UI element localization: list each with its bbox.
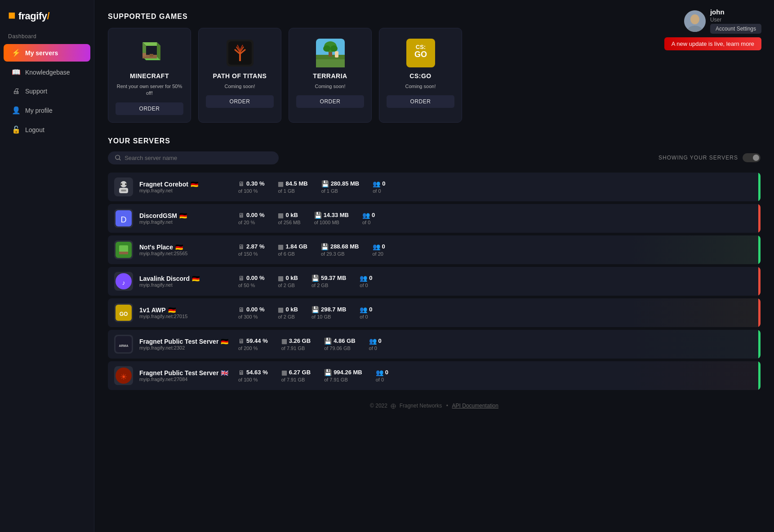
server-name: 1v1 AWP 🇩🇪 (139, 306, 229, 314)
players-stat: 👥0 of 0 (376, 369, 388, 382)
disk-val: 288.68 MB (330, 243, 359, 250)
players-max: of 0 (360, 283, 372, 288)
cpu-max: of 200 % (238, 346, 268, 351)
sidebar-item-my-profile[interactable]: 👤 My profile (4, 102, 90, 119)
cpu-stat: 🖥0.00 % of 20 % (238, 212, 264, 225)
players-stat: 👥0 of 0 (369, 337, 382, 351)
server-name: Fragnet Public Test Server 🇬🇧 (139, 369, 229, 377)
disk-val: 280.85 MB (331, 180, 360, 187)
server-status-accent (758, 298, 761, 327)
server-row[interactable]: D DiscordGSM 🇩🇪 myip.fragify.net 🖥0.00 %… (108, 204, 761, 233)
server-icon: ARMA (114, 335, 133, 354)
ram-stat: ▦6.27 GB of 7.91 GB (281, 369, 311, 382)
user-name: john (710, 8, 761, 16)
ram-val: 0 kB (285, 212, 298, 218)
cpu-val: 59.44 % (246, 337, 268, 344)
server-stats: 🖥0.30 % of 100 % ▦84.5 MB of 1 GB 💾280.8… (229, 180, 754, 194)
sidebar: ■ fragify/ Dashboard ⚡ My servers 📖 Know… (0, 0, 94, 532)
cpu-val: 0.00 % (246, 306, 264, 313)
server-stats: 🖥0.00 % of 300 % ▦0 kB of 2 GB 💾298.7 MB… (229, 306, 754, 319)
logo[interactable]: ■ fragify/ (8, 8, 86, 22)
players-max: of 0 (373, 188, 385, 194)
disk-max: of 2 GB (311, 283, 346, 288)
svg-text:☀: ☀ (120, 372, 127, 381)
players-icon: 👥 (360, 275, 367, 282)
sidebar-item-logout[interactable]: 🔓 Logout (4, 121, 90, 138)
server-name: Fragnet Corebot 🇩🇪 (139, 181, 229, 188)
ram-icon: ▦ (278, 180, 284, 187)
minecraft-name: MINECRAFT (130, 72, 169, 80)
sidebar-item-support[interactable]: 🖨 Support (4, 83, 90, 100)
disk-val: 994.26 MB (334, 369, 362, 376)
ram-icon: ▦ (281, 337, 287, 345)
footer-api-doc[interactable]: API Documentation (452, 403, 498, 409)
account-settings-button[interactable]: Account Settings (710, 24, 761, 34)
players-icon: 👥 (369, 337, 377, 345)
server-icon: ☀ (114, 366, 133, 385)
sidebar-item-knowledgebase[interactable]: 📖 Knowledgebase (4, 63, 90, 81)
disk-max: of 79.06 GB (324, 346, 355, 351)
game-card-csgo[interactable]: GO CS: CS:GO Coming soon! ORDER (379, 28, 462, 123)
server-row[interactable]: Fragnet Corebot 🇩🇪 myip.fragify.net 🖥0.3… (108, 173, 761, 201)
server-row[interactable]: ARMA Fragnet Public Test Server 🇩🇪 myip.… (108, 330, 761, 359)
logo-icon: ■ (8, 8, 15, 22)
server-row[interactable]: GO 1v1 AWP 🇩🇪 myip.fragify.net:27015 🖥0.… (108, 298, 761, 327)
ram-max: of 2 GB (278, 314, 298, 319)
server-row[interactable]: Not's Place 🇩🇪 myip.fragify.net:25565 🖥2… (108, 235, 761, 264)
search-bar[interactable] (108, 151, 279, 164)
disk-stat: 💾280.85 MB of 1 GB (321, 180, 360, 194)
server-row[interactable]: ☀ Fragnet Public Test Server 🇬🇧 myip.fra… (108, 361, 761, 390)
cpu-stat: 🖥2.87 % of 150 % (238, 243, 264, 257)
user-info: john User Account Settings (710, 8, 761, 34)
svg-line-30 (119, 159, 120, 160)
csgo-desc: Coming soon! (405, 83, 436, 90)
server-stats: 🖥59.44 % of 200 % ▦3.26 GB of 7.91 GB 💾4… (229, 337, 754, 351)
sidebar-item-my-profile-label: My profile (25, 107, 53, 114)
sidebar-item-my-servers[interactable]: ⚡ My servers (4, 44, 90, 62)
server-icon: D (114, 209, 133, 228)
cpu-icon: 🖥 (238, 337, 245, 345)
disk-max: of 1 GB (321, 188, 360, 194)
showing-toggle[interactable] (743, 153, 761, 162)
server-icon: ♪ (114, 272, 133, 291)
server-icon: GO (114, 303, 133, 322)
players-stat: 👥0 of 0 (360, 275, 372, 288)
cpu-icon: 🖥 (238, 306, 245, 313)
server-icon (114, 177, 133, 196)
cpu-max: of 300 % (238, 314, 264, 319)
svg-rect-41 (119, 252, 128, 254)
server-row[interactable]: ♪ Lavalink Discord 🇩🇪 myip.fragify.net 🖥… (108, 267, 761, 296)
terraria-name: TERRARIA (313, 72, 347, 80)
svg-point-34 (120, 183, 122, 185)
pot-icon (224, 37, 256, 69)
minecraft-order-button[interactable]: ORDER (116, 102, 183, 115)
server-info: Fragnet Public Test Server 🇬🇧 myip.fragi… (139, 369, 229, 382)
disk-stat: 💾994.26 MB of 7.91 GB (324, 369, 362, 382)
support-icon: 🖨 (12, 87, 21, 95)
game-card-minecraft[interactable]: MINECRAFT Rent your own server for 50% o… (108, 28, 191, 123)
ram-max: of 7.91 GB (281, 346, 311, 351)
disk-icon: 💾 (324, 337, 332, 345)
cpu-stat: 🖥0.00 % of 50 % (238, 275, 264, 288)
game-card-terraria[interactable]: TERRARIA Coming soon! ORDER (289, 28, 372, 123)
server-info: Lavalink Discord 🇩🇪 myip.fragify.net (139, 275, 229, 288)
pot-order-button[interactable]: ORDER (206, 95, 274, 108)
cpu-stat: 🖥0.30 % of 100 % (238, 180, 264, 194)
ram-stat: ▦1.84 GB of 6 GB (278, 243, 307, 257)
servers-icon: ⚡ (12, 49, 21, 57)
terraria-icon (315, 37, 346, 69)
cpu-val: 0.00 % (246, 212, 264, 218)
search-input[interactable] (125, 155, 271, 161)
servers-section-title: YOUR SERVERS (108, 137, 761, 145)
cpu-stat: 🖥59.44 % of 200 % (238, 337, 268, 351)
cpu-max: of 100 % (238, 377, 268, 382)
svg-point-35 (125, 183, 127, 185)
terraria-order-button[interactable]: ORDER (296, 95, 364, 108)
game-card-pot[interactable]: PATH OF TITANS Coming soon! ORDER (198, 28, 281, 123)
csgo-order-button[interactable]: ORDER (387, 95, 454, 108)
update-banner[interactable]: A new update is live, learn more (664, 37, 761, 50)
disk-max: of 7.91 GB (324, 377, 362, 382)
disk-icon: 💾 (311, 306, 319, 313)
pot-desc: Coming soon! (225, 83, 255, 90)
sidebar-item-knowledgebase-label: Knowledgebase (25, 69, 70, 76)
